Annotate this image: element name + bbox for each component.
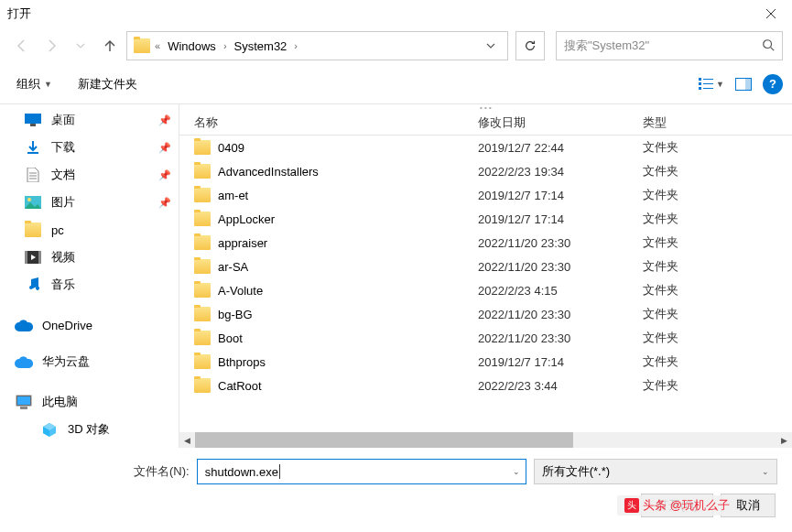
- svg-rect-10: [30, 124, 36, 126]
- file-row[interactable]: Boot2022/11/20 23:30文件夹: [179, 326, 792, 350]
- file-row[interactable]: am-et2019/12/7 17:14文件夹: [179, 183, 792, 207]
- nav-up-button[interactable]: [97, 33, 123, 59]
- file-name: A-Volute: [218, 284, 263, 298]
- help-button[interactable]: ?: [763, 74, 783, 94]
- svg-rect-2: [703, 79, 713, 80]
- column-header-name[interactable]: 名称: [194, 114, 478, 131]
- file-row[interactable]: CatRoot2022/2/23 3:44文件夹: [179, 374, 792, 397]
- file-type: 文件夹: [643, 377, 792, 394]
- file-row[interactable]: AdvancedInstallers2022/2/23 19:34文件夹: [179, 159, 792, 183]
- pin-icon: 📌: [158, 197, 171, 209]
- column-header-date[interactable]: 修改日期: [478, 114, 643, 131]
- sidebar-item-huawei[interactable]: 华为云盘: [0, 348, 179, 375]
- folder-icon: [133, 37, 151, 55]
- sidebar-item-3dobjects[interactable]: 3D 对象: [0, 416, 179, 443]
- sidebar-item-onedrive[interactable]: OneDrive: [0, 311, 179, 339]
- file-row[interactable]: appraiser2022/11/20 23:30文件夹: [179, 231, 792, 255]
- file-name: CatRoot: [218, 379, 262, 393]
- sidebar-item-documents[interactable]: 文档📌: [0, 161, 179, 189]
- folder-icon: [194, 378, 211, 393]
- sidebar-item-music[interactable]: 音乐: [0, 271, 179, 299]
- scroll-track[interactable]: [195, 432, 776, 448]
- file-date: 2022/2/23 19:34: [478, 165, 643, 179]
- organize-button[interactable]: 组织 ▼: [9, 72, 60, 96]
- address-dropdown-button[interactable]: [480, 35, 502, 57]
- horizontal-scrollbar[interactable]: ◀ ▶: [179, 432, 792, 448]
- download-icon: [24, 138, 42, 157]
- folder-icon: [194, 212, 211, 226]
- filename-label: 文件名(N):: [134, 463, 190, 480]
- preview-pane-button[interactable]: [735, 76, 752, 92]
- file-type: 文件夹: [643, 234, 792, 251]
- column-headers: 名称 修改日期 类型: [179, 110, 792, 136]
- arrow-left-icon: [15, 38, 29, 53]
- chevron-down-icon: [76, 41, 85, 50]
- column-header-type[interactable]: 类型: [643, 114, 792, 131]
- file-row[interactable]: Bthprops2019/12/7 17:14文件夹: [179, 350, 792, 374]
- file-date: 2019/12/7 22:44: [478, 141, 643, 155]
- file-list[interactable]: 04092019/12/7 22:44文件夹AdvancedInstallers…: [179, 136, 792, 432]
- desktop-icon: [24, 111, 42, 129]
- new-folder-button[interactable]: 新建文件夹: [71, 72, 145, 96]
- 3d-objects-icon: [40, 420, 59, 439]
- file-name: AppLocker: [218, 212, 275, 226]
- search-input[interactable]: 搜索"System32": [556, 31, 783, 60]
- folder-icon: [194, 188, 211, 202]
- file-row[interactable]: A-Volute2022/2/23 4:15文件夹: [179, 278, 792, 302]
- sidebar-item-videos[interactable]: 视频: [0, 244, 179, 271]
- breadcrumb-item[interactable]: System32: [231, 39, 291, 53]
- filetype-filter[interactable]: 所有文件(*.*) ⌄: [534, 459, 777, 484]
- pictures-icon: [24, 193, 42, 212]
- file-name: Bthprops: [218, 355, 266, 369]
- huawei-cloud-icon: [15, 353, 33, 371]
- file-type: 文件夹: [643, 163, 792, 179]
- file-name: Boot: [218, 331, 243, 345]
- file-type: 文件夹: [643, 330, 792, 346]
- file-row[interactable]: ar-SA2022/11/20 23:30文件夹: [179, 255, 792, 278]
- nav-recent-button[interactable]: [68, 33, 93, 59]
- refresh-icon: [524, 39, 537, 52]
- filename-input[interactable]: shutdown.exe ⌄: [197, 459, 526, 484]
- sidebar-item-pictures[interactable]: 图片📌: [0, 189, 179, 216]
- search-placeholder: 搜索"System32": [564, 38, 649, 54]
- close-button[interactable]: [757, 0, 785, 27]
- chevron-right-icon[interactable]: ›: [294, 40, 298, 51]
- nav-back-button[interactable]: [9, 33, 35, 59]
- view-mode-button[interactable]: ▼: [698, 76, 724, 92]
- pin-icon: 📌: [158, 114, 171, 126]
- file-date: 2022/11/20 23:30: [478, 331, 643, 345]
- svg-rect-6: [703, 88, 713, 89]
- sidebar-item-desktop[interactable]: 桌面📌: [0, 106, 179, 134]
- file-date: 2019/12/7 17:14: [478, 189, 643, 202]
- scroll-right-button[interactable]: ▶: [776, 432, 792, 448]
- file-row[interactable]: 04092019/12/7 22:44文件夹: [179, 136, 792, 159]
- filename-dropdown-button[interactable]: ⌄: [513, 467, 520, 476]
- file-type: 文件夹: [643, 187, 792, 203]
- address-bar[interactable]: « Windows › System32 ›: [126, 31, 508, 60]
- breadcrumb-sep: «: [155, 40, 160, 51]
- scroll-left-button[interactable]: ◀: [179, 432, 195, 448]
- titlebar: 打开: [0, 0, 792, 27]
- sidebar-item-downloads[interactable]: 下载📌: [0, 134, 179, 161]
- music-icon: [24, 276, 42, 294]
- chevron-right-icon[interactable]: ›: [223, 40, 227, 51]
- folder-icon: [194, 331, 211, 345]
- file-type: 文件夹: [643, 353, 792, 370]
- sidebar-item-pc[interactable]: pc: [0, 216, 179, 244]
- file-row[interactable]: AppLocker2019/12/7 17:14文件夹: [179, 207, 792, 231]
- scroll-thumb[interactable]: [195, 432, 573, 448]
- text-cursor: [279, 464, 280, 479]
- watermark: 头 头条 @玩机么子: [617, 495, 737, 516]
- breadcrumb-item[interactable]: Windows: [164, 39, 220, 53]
- file-row[interactable]: bg-BG2022/11/20 23:30文件夹: [179, 302, 792, 326]
- pin-icon: 📌: [158, 169, 171, 181]
- folder-icon: [194, 164, 211, 179]
- file-type: 文件夹: [643, 139, 792, 156]
- refresh-button[interactable]: [515, 31, 545, 60]
- folder-icon: [194, 354, 211, 369]
- nav-forward-button[interactable]: [38, 33, 64, 59]
- file-date: 2019/12/7 17:14: [478, 355, 643, 369]
- chevron-down-icon: ⌄: [762, 467, 769, 476]
- sidebar-item-thispc[interactable]: 此电脑: [0, 388, 179, 416]
- close-icon: [765, 8, 776, 19]
